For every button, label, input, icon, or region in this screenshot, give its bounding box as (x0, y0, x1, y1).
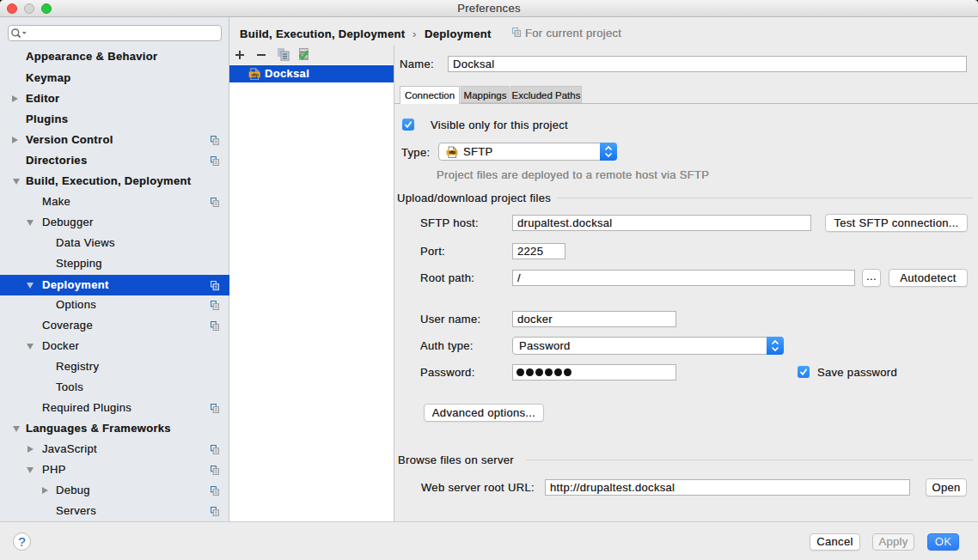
svg-text:sftp: sftp (251, 72, 260, 77)
svg-text:sftp: sftp (449, 149, 455, 155)
